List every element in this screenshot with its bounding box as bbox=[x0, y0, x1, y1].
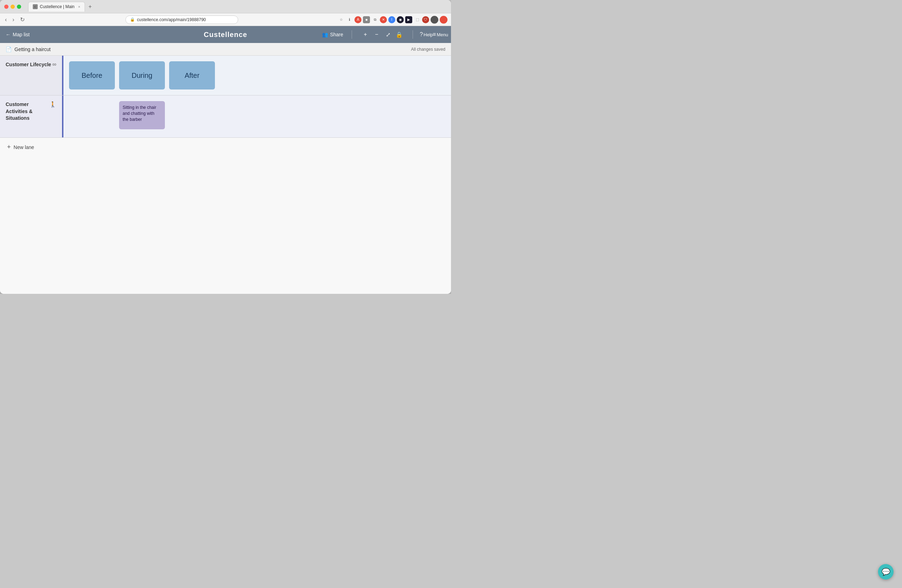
toolbar-right-icons: ☆ ℹ A ■ ⧉ ✕ I ◉ ▶ ⬚ 🛡 bbox=[338, 16, 448, 23]
zoom-out-button[interactable]: − bbox=[372, 30, 382, 39]
lifecycle-card-during[interactable]: During bbox=[119, 61, 165, 89]
activities-lane-title: Customer Activities & Situations bbox=[6, 101, 49, 122]
activities-lane-header[interactable]: Customer Activities & Situations 🚶 bbox=[0, 95, 63, 138]
url-text: custellence.com/app/main/19888790 bbox=[137, 17, 206, 22]
address-bar: ‹ › ↻ 🔒 custellence.com/app/main/1988879… bbox=[0, 13, 451, 26]
map-list-label: Map list bbox=[13, 32, 30, 38]
doc-icon: 📄 bbox=[6, 47, 12, 52]
new-lane-icon: + bbox=[7, 143, 11, 151]
ext-icon-4[interactable]: ✕ bbox=[380, 16, 387, 23]
adblock-icon[interactable]: A bbox=[354, 16, 362, 23]
map-list-button[interactable]: ← Map list bbox=[6, 32, 30, 38]
app: ← Map list Custellence 👥 Share + − ⤢ 🔒 bbox=[0, 26, 451, 294]
new-lane-button[interactable]: + New lane bbox=[0, 138, 451, 156]
share-label: Share bbox=[330, 32, 343, 38]
forward-button[interactable]: › bbox=[11, 16, 16, 23]
help-label: Help bbox=[423, 32, 433, 38]
info-icon[interactable]: ℹ bbox=[346, 16, 353, 23]
ext-icon-3[interactable]: ⧉ bbox=[371, 16, 378, 23]
bookmark-icon[interactable]: ☆ bbox=[338, 16, 345, 23]
header-divider-1 bbox=[352, 30, 352, 39]
back-button[interactable]: ‹ bbox=[3, 16, 8, 23]
title-bar: C Custellence | Main × + bbox=[0, 0, 451, 13]
header-right: 👥 Share + − ⤢ 🔒 ? Help ≡ bbox=[322, 30, 445, 39]
menu-label: Menu bbox=[437, 32, 448, 38]
lifecycle-lane-header[interactable]: Customer Lifecycle ∞ bbox=[0, 56, 63, 95]
new-lane-label: New lane bbox=[14, 144, 34, 150]
address-bar-center: 🔒 custellence.com/app/main/19888790 bbox=[29, 16, 335, 24]
ext-icon-7[interactable]: ▶ bbox=[405, 16, 412, 23]
lifecycle-card-after-label: After bbox=[185, 72, 199, 80]
app-title: Custellence bbox=[204, 31, 247, 39]
menu-icon: ≡ bbox=[433, 31, 436, 38]
zoom-in-button[interactable]: + bbox=[360, 30, 370, 39]
menu-button[interactable]: ≡ Menu bbox=[435, 30, 445, 39]
header-divider-2 bbox=[413, 30, 413, 39]
help-button[interactable]: ? Help bbox=[421, 30, 431, 39]
tab-title: Custellence | Main bbox=[40, 4, 75, 9]
maximize-button[interactable] bbox=[17, 5, 21, 9]
active-tab[interactable]: C Custellence | Main × bbox=[28, 2, 85, 12]
lifecycle-cells: Before During After bbox=[63, 56, 451, 95]
lock-icon: 🔒 bbox=[130, 17, 135, 22]
lifecycle-card-after[interactable]: After bbox=[169, 61, 215, 89]
lifecycle-lane-title: Customer Lifecycle bbox=[6, 61, 51, 68]
ext-icon-5[interactable]: I bbox=[388, 16, 395, 23]
ext-icon-6[interactable]: ◉ bbox=[397, 16, 404, 23]
canvas-area[interactable]: Customer Lifecycle ∞ Before During After bbox=[0, 56, 451, 294]
swimlane-table: Customer Lifecycle ∞ Before During After bbox=[0, 56, 451, 156]
help-icon: ? bbox=[420, 31, 423, 38]
map-list-arrow: ← bbox=[6, 32, 11, 38]
tab-bar: C Custellence | Main × + bbox=[28, 2, 447, 12]
activity-card-sitting[interactable]: Sitting in the chair and chatting with t… bbox=[119, 101, 165, 129]
activities-lane-row: Customer Activities & Situations 🚶 Sitti… bbox=[0, 95, 451, 138]
lifecycle-card-before-label: Before bbox=[82, 72, 103, 80]
tab-close-button[interactable]: × bbox=[78, 5, 80, 9]
profile-icon[interactable] bbox=[431, 16, 438, 23]
lifecycle-card-before[interactable]: Before bbox=[69, 61, 115, 89]
traffic-lights bbox=[4, 5, 21, 9]
activities-cells: Sitting in the chair and chatting with t… bbox=[63, 95, 451, 138]
profile-icon-2[interactable] bbox=[440, 16, 448, 23]
lifecycle-lane-icon: ∞ bbox=[53, 61, 56, 68]
tab-favicon: C bbox=[33, 4, 38, 9]
new-tab-button[interactable]: + bbox=[86, 3, 94, 11]
ext-icon-8[interactable]: ⬚ bbox=[413, 16, 421, 23]
share-button[interactable]: 👥 Share bbox=[322, 32, 343, 38]
ext-icon-2[interactable]: ■ bbox=[363, 16, 370, 23]
minimize-button[interactable] bbox=[11, 5, 15, 9]
app-header: ← Map list Custellence 👥 Share + − ⤢ 🔒 bbox=[0, 26, 451, 43]
lock-button[interactable]: 🔒 bbox=[394, 30, 404, 39]
doc-title: Getting a haircut bbox=[14, 47, 51, 52]
share-icon: 👥 bbox=[322, 32, 328, 38]
help-menu-group: ? Help ≡ Menu bbox=[421, 30, 445, 39]
fullscreen-button[interactable]: ⤢ bbox=[383, 30, 393, 39]
saved-status: All changes saved bbox=[411, 47, 445, 52]
activities-empty-cell-1 bbox=[69, 101, 115, 129]
doc-bar: 📄 Getting a haircut All changes saved bbox=[0, 43, 451, 56]
activities-empty-cell-3 bbox=[169, 101, 215, 129]
url-bar[interactable]: 🔒 custellence.com/app/main/19888790 bbox=[125, 16, 238, 24]
reload-button[interactable]: ↻ bbox=[19, 16, 26, 23]
activity-card-sitting-label: Sitting in the chair and chatting with t… bbox=[123, 105, 156, 122]
zoom-controls: + − ⤢ 🔒 bbox=[360, 30, 404, 39]
activities-lane-icon: 🚶 bbox=[49, 101, 56, 108]
lifecycle-card-during-label: During bbox=[132, 72, 153, 80]
lifecycle-lane-row: Customer Lifecycle ∞ Before During After bbox=[0, 56, 451, 95]
ext-icon-9[interactable]: 🛡 bbox=[422, 16, 429, 23]
close-button[interactable] bbox=[4, 5, 8, 9]
